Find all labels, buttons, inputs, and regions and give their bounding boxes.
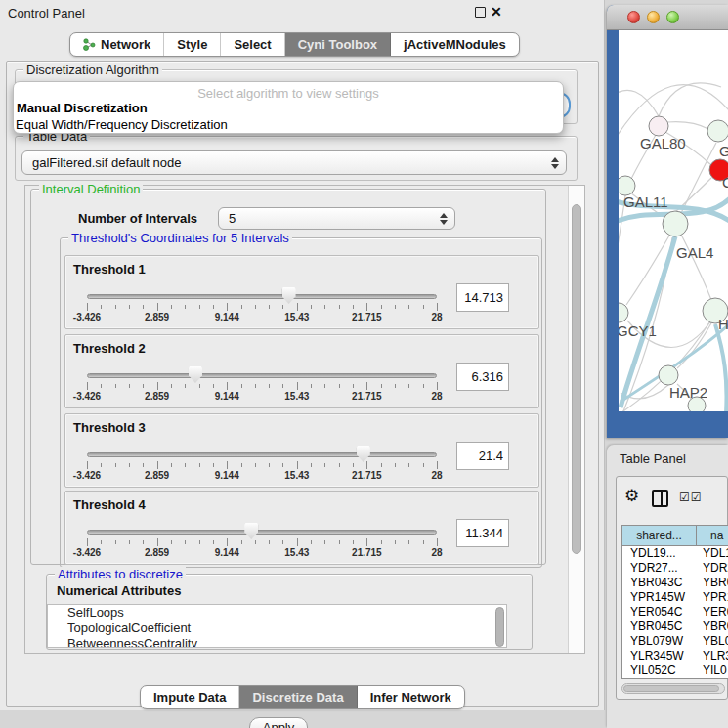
table-row[interactable]: YIL052CYIL0 xyxy=(622,664,728,678)
table-row[interactable]: YBR043CYBR0 xyxy=(622,576,728,590)
table-cell[interactable]: YIL0 xyxy=(697,664,728,678)
column-header-name[interactable]: na xyxy=(697,526,728,545)
slider-ticks xyxy=(87,538,437,546)
zoom-traffic-light-icon[interactable] xyxy=(666,11,679,23)
table-cell[interactable]: YPR1 xyxy=(697,590,728,605)
algorithm-hint: Select algorithm to view settings xyxy=(14,86,563,101)
table-data-combobox[interactable]: galFiltered.sif default node xyxy=(21,150,567,175)
network-node[interactable] xyxy=(619,303,628,322)
network-node[interactable] xyxy=(649,116,668,136)
network-node-label: GCY1 xyxy=(619,322,657,339)
network-window-titlebar[interactable] xyxy=(607,5,728,30)
threshold-label: Threshold 3 xyxy=(73,420,146,435)
threshold-3-slider[interactable]: -3.4262.8599.14415.4321.71528 xyxy=(87,446,437,485)
attribute-item[interactable]: SelfLoops xyxy=(48,605,506,621)
network-edge xyxy=(667,122,708,129)
table-cell[interactable]: YDR27... xyxy=(622,561,697,576)
table-cell[interactable]: YLR3 xyxy=(697,649,728,664)
network-icon xyxy=(83,38,96,51)
threshold-1-value-field[interactable] xyxy=(456,283,509,312)
slider-tick-labels: -3.4262.8599.14415.4321.71528 xyxy=(87,547,437,559)
threshold-4-value-field[interactable] xyxy=(456,519,509,547)
tab-label: Select xyxy=(234,37,271,52)
thresholds-group: Threshold's Coordinates for 5 Intervals … xyxy=(60,237,542,568)
tab-discretize-data[interactable]: Discretize Data xyxy=(239,686,357,708)
scrollbar-thumb[interactable] xyxy=(572,204,581,554)
table-cell[interactable]: YER054C xyxy=(622,605,697,620)
float-window-icon[interactable] xyxy=(475,7,486,18)
threshold-4-slider[interactable]: -3.4262.8599.14415.4321.71528 xyxy=(87,523,437,562)
bottom-tab-bar: Impute Data Discretize Data Infer Networ… xyxy=(140,685,465,709)
scrollbar-thumb[interactable] xyxy=(623,685,719,692)
interval-definition-label: Interval Definition xyxy=(39,182,143,196)
apply-button[interactable]: Apply xyxy=(249,717,308,728)
tab-jactivemnodules[interactable]: jActiveMNodules xyxy=(391,33,519,56)
threshold-1-slider[interactable]: -3.4262.8599.14415.4321.71528 xyxy=(87,287,437,326)
table-horizontal-scrollbar[interactable] xyxy=(621,683,725,694)
network-node-label: C xyxy=(722,174,728,191)
num-intervals-combobox[interactable]: 5 xyxy=(218,207,455,230)
table-cell[interactable]: YER0 xyxy=(697,605,728,620)
table-body: YDL19...YDL1YDR27...YDR2YBR043CYBR0YPR14… xyxy=(622,546,728,678)
table-row[interactable]: YLR345WYLR3 xyxy=(622,649,728,664)
attribute-item[interactable]: TopologicalCoefficient xyxy=(48,621,506,636)
network-node[interactable] xyxy=(619,176,635,195)
table-row[interactable]: YBL079WYBL0 xyxy=(622,634,728,649)
table-cell[interactable]: YBR0 xyxy=(697,620,728,634)
network-node[interactable] xyxy=(707,120,728,142)
table-cell[interactable]: YDR2 xyxy=(697,561,728,576)
slider-handle[interactable] xyxy=(189,366,202,383)
table-cell[interactable]: YPR145W xyxy=(622,590,697,605)
table-cell[interactable]: YDL1 xyxy=(697,546,728,561)
table-cell[interactable]: YDL19... xyxy=(622,546,697,561)
minimize-traffic-light-icon[interactable] xyxy=(647,11,660,23)
network-node[interactable] xyxy=(663,211,688,236)
close-traffic-light-icon[interactable] xyxy=(627,11,640,23)
slider-tick-labels: -3.4262.8599.14415.4321.71528 xyxy=(87,470,437,482)
slider-tick-labels: -3.4262.8599.14415.4321.71528 xyxy=(87,312,437,323)
table-data-group: Table Data galFiltered.sif default node xyxy=(15,136,578,181)
tab-select[interactable]: Select xyxy=(221,33,284,56)
gear-icon[interactable]: ⚙ xyxy=(624,486,639,506)
tab-style[interactable]: Style xyxy=(164,33,221,56)
checked-checkboxes-icon[interactable]: ☑☑ xyxy=(679,491,703,504)
column-header-shared-name[interactable]: shared... xyxy=(622,526,697,545)
table-row[interactable]: YDL19...YDL1 xyxy=(622,546,728,561)
tab-label: Network xyxy=(101,37,150,52)
table-cell[interactable]: YBL0 xyxy=(697,634,728,649)
tab-network[interactable]: Network xyxy=(70,33,164,56)
table-cell[interactable]: YBR0 xyxy=(697,576,728,590)
slider-handle[interactable] xyxy=(282,287,296,304)
slider-handle[interactable] xyxy=(244,523,258,539)
algorithm-option-equal-width[interactable]: Equal Width/Frequency Discretization xyxy=(16,117,228,132)
threshold-2-slider[interactable]: -3.4262.8599.14415.4321.71528 xyxy=(87,366,437,406)
table-cell[interactable]: YIL052C xyxy=(622,664,697,678)
table-cell[interactable]: YBL079W xyxy=(622,634,697,649)
threshold-1-panel: Threshold 1 -3.4262.8599.14415.4321.7152… xyxy=(64,255,539,329)
close-icon[interactable]: ✕ xyxy=(491,4,502,20)
attribute-item[interactable]: BetweennessCentrality xyxy=(48,636,506,648)
table-row[interactable]: YBR045CYBR0 xyxy=(622,620,728,634)
slider-handle[interactable] xyxy=(357,446,370,462)
tab-impute-data[interactable]: Impute Data xyxy=(141,686,239,708)
threshold-2-value-field[interactable] xyxy=(456,363,509,391)
table-cell[interactable]: YLR345W xyxy=(622,649,697,664)
network-canvas[interactable]: GAL80GACGAL11GAL4GCY1HHAP2 xyxy=(619,30,728,411)
table-row[interactable]: YPR145WYPR1 xyxy=(622,590,728,605)
threshold-3-value-field[interactable] xyxy=(456,442,509,470)
tab-infer-network[interactable]: Infer Network xyxy=(358,686,464,708)
attributes-list[interactable]: SelfLoopsTopologicalCoefficientBetweenne… xyxy=(47,604,507,648)
settings-vertical-scrollbar[interactable] xyxy=(568,186,584,653)
tab-cyni-toolbox[interactable]: Cyni Toolbox xyxy=(285,33,391,56)
slider-track xyxy=(87,373,437,378)
split-columns-icon[interactable] xyxy=(652,490,668,507)
algorithm-option-manual[interactable]: Manual Discretization xyxy=(17,101,148,115)
network-node[interactable] xyxy=(659,365,678,385)
attributes-group-label: Attributes to discretize xyxy=(55,567,186,581)
threshold-3-panel: Threshold 3 -3.4262.8599.14415.4321.7152… xyxy=(64,413,539,488)
table-cell[interactable]: YBR043C xyxy=(622,576,697,590)
table-row[interactable]: YER054CYER0 xyxy=(622,605,728,620)
table-cell[interactable]: YBR045C xyxy=(622,620,697,634)
attributes-list-scrollbar[interactable] xyxy=(495,607,504,647)
table-row[interactable]: YDR27...YDR2 xyxy=(622,561,728,576)
